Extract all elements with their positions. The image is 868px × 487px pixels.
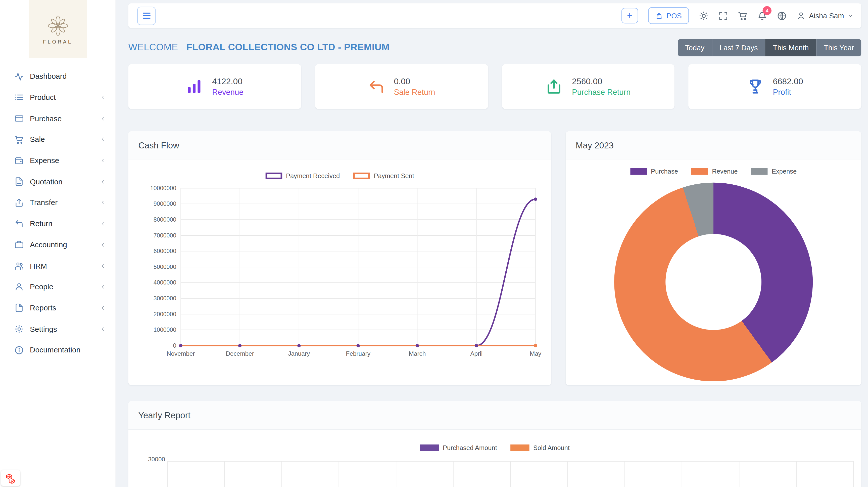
- stat-label: Revenue: [212, 88, 243, 97]
- notifications-button[interactable]: 4: [758, 11, 767, 20]
- stat-value: 6682.00: [773, 77, 803, 86]
- framework-badge[interactable]: [1, 470, 20, 486]
- svg-text:6000000: 6000000: [154, 248, 177, 254]
- sidebar-item-label: Dashboard: [30, 72, 67, 81]
- sidebar-item-label: Expense: [30, 156, 59, 165]
- company-logo[interactable]: FLORAL: [29, 0, 87, 58]
- chevron-left-icon: [100, 116, 105, 121]
- legend-label: Payment Received: [286, 173, 340, 179]
- svg-text:March: March: [409, 350, 426, 357]
- sidebar-nav: Dashboard Product Purchase Sale Expense: [0, 66, 115, 361]
- sidebar-item-label: Transfer: [30, 198, 58, 207]
- legend-item-payment-sent[interactable]: Payment Sent: [353, 173, 414, 179]
- sidebar-item-transfer[interactable]: Transfer: [0, 192, 115, 213]
- chevron-left-icon: [100, 305, 105, 310]
- filter-this-month[interactable]: This Month: [765, 39, 816, 56]
- sidebar-item-return[interactable]: Return: [0, 213, 115, 234]
- filter-last-7-days[interactable]: Last 7 Days: [712, 39, 765, 56]
- stat-label: Profit: [773, 88, 803, 97]
- sidebar-item-people[interactable]: People: [0, 277, 115, 297]
- chevron-left-icon: [100, 221, 105, 226]
- legend-label: Payment Sent: [374, 173, 414, 179]
- svg-text:5000000: 5000000: [154, 264, 177, 270]
- topbar: + POS 4 Aisha Sam: [128, 3, 862, 28]
- chevron-left-icon: [100, 137, 105, 142]
- sidebar-item-label: Return: [30, 220, 53, 228]
- svg-text:0: 0: [173, 342, 176, 349]
- sidebar-item-reports[interactable]: Reports: [0, 297, 115, 318]
- sidebar-item-accounting[interactable]: Accounting: [0, 234, 115, 255]
- legend-item-revenue[interactable]: Revenue: [691, 168, 738, 175]
- gear-icon: [14, 324, 24, 334]
- svg-text:December: December: [226, 350, 254, 357]
- legend-item-purchased-amount[interactable]: Purchased Amount: [420, 445, 497, 451]
- svg-text:November: November: [166, 350, 195, 357]
- undo-icon: [14, 219, 24, 228]
- welcome-prefix: WELCOME: [128, 42, 178, 52]
- sidebar-item-purchase[interactable]: Purchase: [0, 108, 115, 129]
- user-menu[interactable]: Aisha Sam: [797, 11, 854, 20]
- cart-icon[interactable]: [738, 11, 748, 20]
- sidebar-item-expense[interactable]: Expense: [0, 150, 115, 171]
- sidebar-item-documentation[interactable]: Documentation: [0, 339, 115, 361]
- stat-value: 4122.00: [212, 77, 243, 86]
- user-name: Aisha Sam: [809, 11, 844, 20]
- sidebar-item-label: People: [30, 283, 53, 291]
- legend-swatch: [751, 168, 768, 175]
- sidebar-item-quotation[interactable]: Quotation: [0, 171, 115, 192]
- legend-swatch: [353, 173, 370, 179]
- cash-flow-line-chart: 0100000020000003000000400000050000006000…: [136, 183, 543, 367]
- sidebar: FLORAL Dashboard Product Purchase Sale: [0, 0, 116, 487]
- trophy-icon: [747, 78, 764, 95]
- chevron-left-icon: [100, 95, 105, 100]
- dashboard-icon: [14, 72, 24, 81]
- globe-icon[interactable]: [777, 11, 786, 20]
- svg-text:9000000: 9000000: [154, 200, 177, 207]
- legend-item-purchase[interactable]: Purchase: [630, 168, 678, 175]
- sidebar-item-product[interactable]: Product: [0, 87, 115, 108]
- credit-card-icon: [14, 114, 24, 123]
- chevron-left-icon: [100, 158, 105, 163]
- users-icon: [14, 261, 24, 270]
- fullscreen-icon[interactable]: [718, 11, 728, 20]
- pos-button[interactable]: POS: [648, 7, 689, 24]
- svg-text:April: April: [470, 350, 483, 357]
- sidebar-item-label: Settings: [30, 325, 57, 333]
- svg-text:10000000: 10000000: [150, 185, 177, 192]
- chevron-left-icon: [100, 326, 105, 332]
- sidebar-item-dashboard[interactable]: Dashboard: [0, 66, 115, 87]
- monthly-overview-card: May 2023 Purchase Revenue Expense: [566, 131, 861, 385]
- svg-text:3000000: 3000000: [154, 295, 177, 302]
- chevron-left-icon: [100, 200, 105, 205]
- stat-label: Sale Return: [394, 88, 435, 97]
- quick-add-button[interactable]: +: [621, 8, 638, 23]
- filter-this-year[interactable]: This Year: [816, 39, 861, 56]
- sidebar-item-label: Product: [30, 93, 56, 102]
- filter-today[interactable]: Today: [678, 39, 712, 56]
- shopping-bag-icon: [655, 12, 663, 19]
- sun-icon[interactable]: [699, 11, 709, 20]
- menu-toggle-button[interactable]: [137, 6, 156, 25]
- sidebar-item-hrm[interactable]: HRM: [0, 255, 115, 277]
- svg-text:4000000: 4000000: [154, 279, 177, 286]
- yearly-report-title: Yearly Report: [128, 401, 862, 430]
- legend-item-payment-received[interactable]: Payment Received: [266, 173, 340, 179]
- sidebar-item-settings[interactable]: Settings: [0, 318, 115, 340]
- stat-card-revenue: 4122.00 Revenue: [128, 64, 301, 109]
- legend-swatch: [691, 168, 708, 175]
- sidebar-item-label: Quotation: [30, 177, 63, 185]
- cash-flow-card: Cash Flow Payment Received Payment Sent …: [128, 131, 551, 385]
- sidebar-item-sale[interactable]: Sale: [0, 129, 115, 150]
- dashboard-page: FLORAL Dashboard Product Purchase Sale: [0, 0, 868, 487]
- svg-text:January: January: [288, 350, 310, 357]
- svg-text:February: February: [346, 350, 370, 357]
- svg-text:1000000: 1000000: [154, 326, 177, 333]
- legend-label: Revenue: [712, 168, 738, 175]
- yearly-report-legend: Purchased Amount Sold Amount: [128, 445, 862, 451]
- cash-flow-legend: Payment Received Payment Sent: [128, 173, 551, 179]
- legend-item-sold-amount[interactable]: Sold Amount: [510, 445, 570, 451]
- legend-item-expense[interactable]: Expense: [751, 168, 797, 175]
- bar-chart-icon: [186, 78, 203, 95]
- sidebar-item-label: Documentation: [30, 346, 81, 354]
- company-name: FLORAL COLLECTIONS CO LTD - PREMIUM: [186, 42, 390, 52]
